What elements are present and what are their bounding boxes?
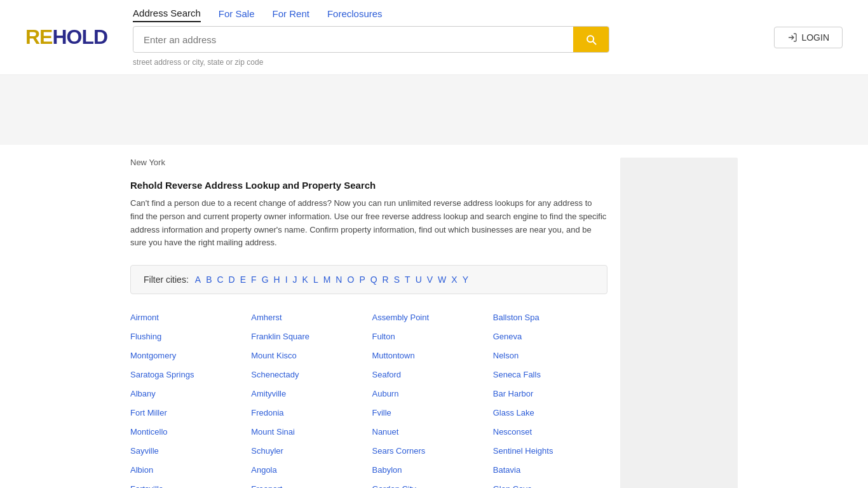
city-link[interactable]: Saratoga Springs (130, 367, 245, 383)
city-link[interactable]: Fville (372, 405, 487, 421)
city-link[interactable]: Glen Cove (493, 481, 607, 488)
filter-letter-H[interactable]: H (274, 274, 280, 285)
city-link[interactable]: Fulton (372, 329, 487, 345)
search-button[interactable] (573, 27, 609, 52)
banner-ad (0, 75, 868, 145)
city-link[interactable]: Monticello (130, 424, 245, 440)
filter-letter-M[interactable]: M (323, 274, 331, 285)
city-link[interactable]: Nelson (493, 348, 607, 364)
section-description: Can't find a person due to a recent chan… (130, 197, 607, 250)
city-link[interactable]: Nesconset (493, 424, 607, 440)
city-link[interactable]: Fredonia (251, 405, 365, 421)
city-link[interactable]: Amherst (251, 309, 365, 326)
filter-letters: ABCDEFGHIJKLMNOPQRSTUVWXY (195, 274, 468, 285)
city-link[interactable]: Sears Corners (372, 443, 487, 459)
header: REHOLD Address Search For Sale For Rent … (0, 0, 868, 75)
filter-letter-B[interactable]: B (206, 274, 212, 285)
filter-letter-T[interactable]: T (405, 274, 410, 285)
login-label: LOGIN (801, 32, 829, 43)
search-input[interactable] (133, 28, 573, 51)
filter-letter-W[interactable]: W (438, 274, 446, 285)
logo[interactable]: REHOLD (25, 25, 107, 49)
logo-hold: HOLD (52, 25, 107, 48)
filter-letter-L[interactable]: L (313, 274, 318, 285)
logo-re: RE (25, 25, 52, 48)
filter-letter-F[interactable]: F (251, 274, 257, 285)
search-icon (585, 33, 597, 46)
nav-foreclosures[interactable]: Foreclosures (327, 8, 383, 22)
filter-letter-V[interactable]: V (427, 274, 433, 285)
filter-letter-R[interactable]: R (383, 274, 389, 285)
nav-for-rent[interactable]: For Rent (273, 8, 309, 22)
login-icon (787, 32, 797, 43)
city-link[interactable]: Sayville (130, 443, 245, 459)
nav-address-search[interactable]: Address Search (133, 8, 201, 22)
city-link[interactable]: Nanuet (372, 424, 487, 440)
filter-letter-A[interactable]: A (195, 274, 201, 285)
city-link[interactable]: Angola (251, 462, 365, 478)
city-link[interactable]: Airmont (130, 309, 245, 326)
city-link[interactable]: Schenectady (251, 367, 365, 383)
city-link[interactable]: Babylon (372, 462, 487, 478)
main-nav: Address Search For Sale For Rent Foreclo… (133, 8, 749, 22)
filter-letter-I[interactable]: I (285, 274, 288, 285)
nav-for-sale[interactable]: For Sale (219, 8, 255, 22)
city-link[interactable]: Assembly Point (372, 309, 487, 326)
city-link[interactable]: Batavia (493, 462, 607, 478)
filter-letter-J[interactable]: J (293, 274, 297, 285)
filter-letter-Q[interactable]: Q (370, 274, 377, 285)
city-link[interactable]: Montgomery (130, 348, 245, 364)
city-link[interactable]: Fort Miller (130, 405, 245, 421)
search-hint: street address or city, state or zip cod… (133, 58, 749, 67)
city-link[interactable]: Schuyler (251, 443, 365, 459)
city-link[interactable]: Seaford (372, 367, 487, 383)
city-link[interactable]: Muttontown (372, 348, 487, 364)
login-button[interactable]: LOGIN (774, 27, 843, 48)
sidebar-right (620, 158, 738, 488)
city-link[interactable]: Amityville (251, 386, 365, 402)
filter-letter-P[interactable]: P (359, 274, 365, 285)
breadcrumb: New York (130, 158, 607, 167)
section-title: Rehold Reverse Address Lookup and Proper… (130, 180, 607, 191)
city-link[interactable]: Bar Harbor (493, 386, 607, 402)
city-grid: AirmontAmherstAssembly PointBallston Spa… (130, 309, 607, 488)
city-link[interactable]: Garden City (372, 481, 487, 488)
filter-letter-S[interactable]: S (394, 274, 400, 285)
filter-letter-N[interactable]: N (336, 274, 342, 285)
city-link[interactable]: Sentinel Heights (493, 443, 607, 459)
city-link[interactable]: Mount Sinai (251, 424, 365, 440)
filter-letter-C[interactable]: C (217, 274, 223, 285)
city-link[interactable]: Freeport (251, 481, 365, 488)
search-bar (133, 26, 609, 53)
city-link[interactable]: Albany (130, 386, 245, 402)
filter-letter-X[interactable]: X (451, 274, 457, 285)
city-link[interactable]: Ballston Spa (493, 309, 607, 326)
city-link[interactable]: Albion (130, 462, 245, 478)
filter-letter-G[interactable]: G (262, 274, 269, 285)
nav-and-search: Address Search For Sale For Rent Foreclo… (133, 8, 749, 67)
city-link[interactable]: Fortsville (130, 481, 245, 488)
content-left: New York Rehold Reverse Address Lookup a… (130, 158, 607, 488)
city-link[interactable]: Seneca Falls (493, 367, 607, 383)
city-link[interactable]: Auburn (372, 386, 487, 402)
filter-letter-Y[interactable]: Y (463, 274, 468, 285)
city-link[interactable]: Glass Lake (493, 405, 607, 421)
filter-letter-D[interactable]: D (229, 274, 235, 285)
city-link[interactable]: Mount Kisco (251, 348, 365, 364)
filter-letter-O[interactable]: O (347, 274, 354, 285)
filter-label: Filter cities: (144, 274, 189, 285)
main-content: New York Rehold Reverse Address Lookup a… (0, 145, 868, 488)
filter-box: Filter cities: ABCDEFGHIJKLMNOPQRSTUVWXY (130, 265, 607, 294)
city-link[interactable]: Geneva (493, 329, 607, 345)
city-link[interactable]: Franklin Square (251, 329, 365, 345)
filter-letter-E[interactable]: E (240, 274, 246, 285)
filter-letter-K[interactable]: K (302, 274, 308, 285)
city-link[interactable]: Flushing (130, 329, 245, 345)
filter-letter-U[interactable]: U (416, 274, 422, 285)
